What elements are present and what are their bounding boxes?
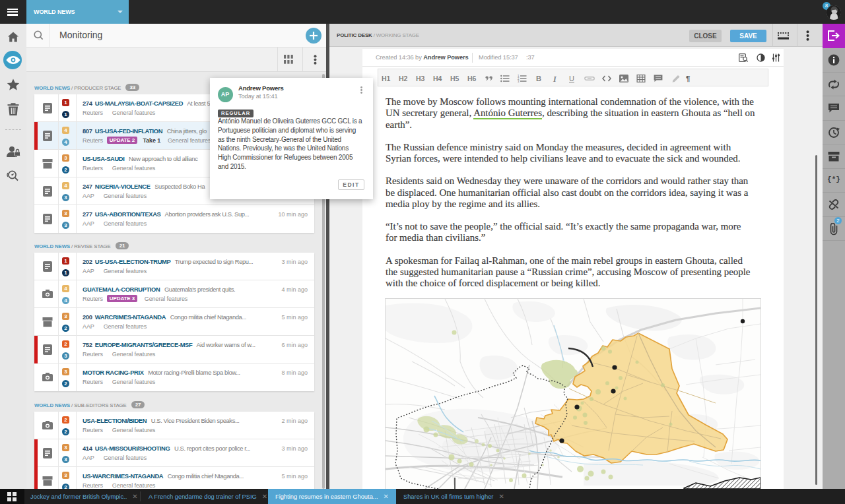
svg-text:3: 3 [518,80,520,82]
